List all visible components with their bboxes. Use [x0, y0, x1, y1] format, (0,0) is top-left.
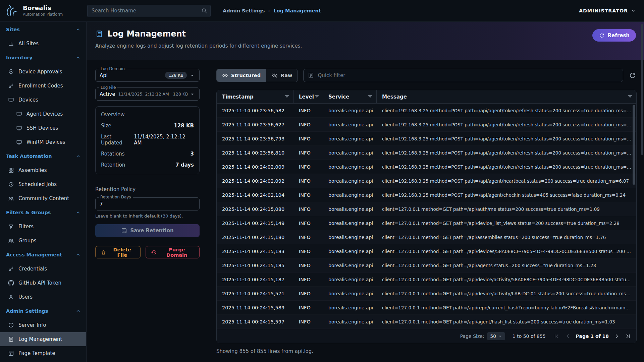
table-row[interactable]: 2025-11-14 00:24:02,092 INFO borealis.en… — [217, 174, 636, 188]
restore-icon — [151, 249, 157, 255]
cell-message: client=127.0.0.1 method=GET path=/api/de… — [377, 291, 636, 296]
brand[interactable]: Borealis Automation Platform — [4, 3, 87, 18]
sidebar-item-scheduled-jobs[interactable]: Scheduled Jobs — [0, 177, 86, 191]
monitor-icon — [8, 97, 14, 103]
bar-chart-icon — [8, 41, 14, 47]
sidebar-section-sites[interactable]: Sites — [0, 22, 86, 37]
sidebar-item-groups[interactable]: Groups — [0, 234, 86, 248]
sidebar-item-page-template[interactable]: Page Template — [0, 346, 86, 360]
table-row[interactable]: 2025-11-14 00:23:56,810 INFO borealis.en… — [217, 146, 636, 160]
breadcrumb-current[interactable]: Log Management — [273, 8, 321, 13]
table-row[interactable]: 2025-11-14 00:24:15,080 INFO borealis.en… — [217, 202, 636, 216]
cell-level: INFO — [293, 277, 323, 282]
table-row[interactable]: 2025-11-14 00:24:02,104 INFO borealis.en… — [217, 188, 636, 202]
raw-toggle[interactable]: Raw — [266, 69, 298, 82]
table-row[interactable]: 2025-11-14 00:24:15,180 INFO borealis.en… — [217, 230, 636, 244]
table-row[interactable]: 2025-11-14 00:24:02,009 INFO borealis.en… — [217, 160, 636, 174]
table-row[interactable]: 2025-11-14 00:23:56,582 INFO borealis.en… — [217, 104, 636, 118]
sidebar-item-winrm-devices[interactable]: WinRM Devices — [0, 135, 86, 149]
filter-icon[interactable] — [627, 94, 633, 100]
save-retention-button[interactable]: Save Retention — [95, 224, 200, 237]
log-domain-select[interactable]: Log Domain Api 128 KB — [95, 69, 200, 82]
sidebar-item-ssh-devices[interactable]: SSH Devices — [0, 121, 86, 135]
table-row[interactable]: 2025-11-14 00:23:56,793 INFO borealis.en… — [217, 132, 636, 146]
table-scrollbar[interactable] — [633, 105, 635, 185]
chevron-up-icon — [75, 210, 81, 215]
cell-message: client=192.168.3.25 method=POST path=/ap… — [377, 108, 636, 113]
cell-message: client=127.0.0.1 method=GET path=/api/de… — [377, 221, 636, 226]
table-row[interactable]: 2025-11-14 00:24:15,149 INFO borealis.en… — [217, 216, 636, 230]
quick-filter — [303, 69, 623, 82]
cell-timestamp: 2025-11-14 00:24:15,080 — [217, 206, 293, 212]
cell-service: borealis.engine.api — [323, 164, 377, 170]
purge-domain-button[interactable]: Purge Domain — [146, 246, 200, 258]
table-row[interactable]: 2025-11-14 00:24:15,571 INFO borealis.en… — [217, 287, 636, 301]
cell-timestamp: 2025-11-14 00:23:56,793 — [217, 136, 293, 141]
column-header-service[interactable]: Service — [323, 90, 377, 103]
monitor-icon — [16, 111, 22, 117]
sidebar-item-devices[interactable]: Devices — [0, 93, 86, 107]
sidebar-section-access-management[interactable]: Access Management — [0, 248, 86, 262]
cell-message: client=192.168.3.25 method=POST path=/ap… — [377, 178, 636, 184]
table-row[interactable]: 2025-11-14 00:24:15,589 INFO borealis.en… — [217, 301, 636, 315]
refresh-icon[interactable] — [629, 71, 637, 79]
brand-name: Borealis — [23, 5, 63, 11]
sidebar-item-credentials[interactable]: Credentials — [0, 262, 86, 276]
filter-icon[interactable] — [314, 94, 320, 100]
log-file-meta: 11/14/2025, 2:12:12 AM · 128 KB — [118, 92, 188, 97]
sidebar-section-filters-groups[interactable]: Filters & Groups — [0, 205, 86, 220]
next-page-icon[interactable] — [613, 333, 620, 340]
filter-icon[interactable] — [284, 94, 290, 100]
table-row[interactable]: 2025-11-14 00:24:15,185 INFO borealis.en… — [217, 258, 636, 273]
first-page-icon[interactable] — [553, 333, 560, 340]
last-page-icon[interactable] — [625, 333, 632, 340]
cell-timestamp: 2025-11-14 00:24:02,009 — [217, 164, 293, 170]
sidebar-section-task-automation[interactable]: Task Automation — [0, 149, 86, 163]
cell-level: INFO — [293, 263, 323, 268]
overview-title: Overview — [101, 112, 194, 118]
breadcrumb-parent[interactable]: Admin Settings — [223, 8, 265, 13]
table-row[interactable]: 2025-11-14 00:24:15,187 INFO borealis.en… — [217, 273, 636, 287]
sidebar-item-community-content[interactable]: Community Content — [0, 191, 86, 205]
sidebar-item-all-sites[interactable]: All Sites — [0, 37, 86, 51]
cell-message: client=127.0.0.1 method=GET path=/api/au… — [377, 206, 636, 212]
cell-message: client=127.0.0.1 method=GET path=/api/de… — [377, 277, 636, 282]
sidebar-item-users[interactable]: Users — [0, 290, 86, 304]
quick-filter-input[interactable] — [303, 69, 623, 82]
previous-page-icon[interactable] — [565, 333, 571, 340]
table-row[interactable]: 2025-11-14 00:24:15,183 INFO borealis.en… — [217, 244, 636, 258]
sidebar-item-enrollment-codes[interactable]: Enrollment Codes — [0, 79, 86, 93]
cell-timestamp: 2025-11-14 00:24:15,187 — [217, 277, 293, 282]
search-input[interactable] — [87, 5, 211, 17]
table-row[interactable]: 2025-11-14 00:24:15,597 INFO borealis.en… — [217, 315, 636, 329]
sidebar-section-admin-settings[interactable]: Admin Settings — [0, 304, 86, 318]
sidebar-item-agent-devices[interactable]: Agent Devices — [0, 107, 86, 121]
cell-service: borealis.engine.api — [323, 206, 377, 212]
structured-toggle[interactable]: Structured — [217, 69, 266, 82]
cell-service: borealis.engine.api — [323, 192, 377, 198]
log-domain-label: Log Domain — [99, 66, 126, 71]
filter-icon[interactable] — [367, 94, 373, 100]
sidebar-item-log-management[interactable]: Log Management — [0, 332, 86, 346]
grid-icon — [8, 167, 14, 173]
delete-file-button[interactable]: Delete File — [95, 246, 141, 258]
sidebar-item-filters[interactable]: Filters — [0, 220, 86, 234]
column-header-level[interactable]: Level — [293, 90, 323, 103]
sidebar-section-inventory[interactable]: Inventory — [0, 51, 86, 65]
log-file-select[interactable]: Log File Active 11/14/2025, 2:12:12 AM ·… — [95, 87, 200, 101]
page-header-text: Log Management Analyze engine logs and a… — [95, 29, 302, 49]
sidebar-item-server-info[interactable]: Server Info — [0, 318, 86, 332]
user-menu[interactable]: ADMINISTRATOR — [579, 8, 636, 13]
refresh-button[interactable]: Refresh — [592, 29, 636, 42]
sidebar-item-github-api-token[interactable]: GitHub API Token — [0, 276, 86, 290]
page-size-select[interactable]: 50 — [487, 332, 505, 340]
window-scrollbar[interactable] — [641, 24, 643, 155]
view-toggle: Structured Raw — [216, 69, 298, 82]
table-row[interactable]: 2025-11-14 00:23:56,627 INFO borealis.en… — [217, 118, 636, 132]
sidebar-item-assemblies[interactable]: Assemblies — [0, 163, 86, 177]
sidebar-item-device-approvals[interactable]: Device Approvals — [0, 65, 86, 79]
item-label: SSH Devices — [26, 125, 58, 131]
column-header-message[interactable]: Message — [377, 90, 636, 103]
retention-helper-text: Leave blank to inherit default (30 days)… — [95, 214, 200, 219]
column-header-timestamp[interactable]: Timestamp — [217, 90, 293, 103]
